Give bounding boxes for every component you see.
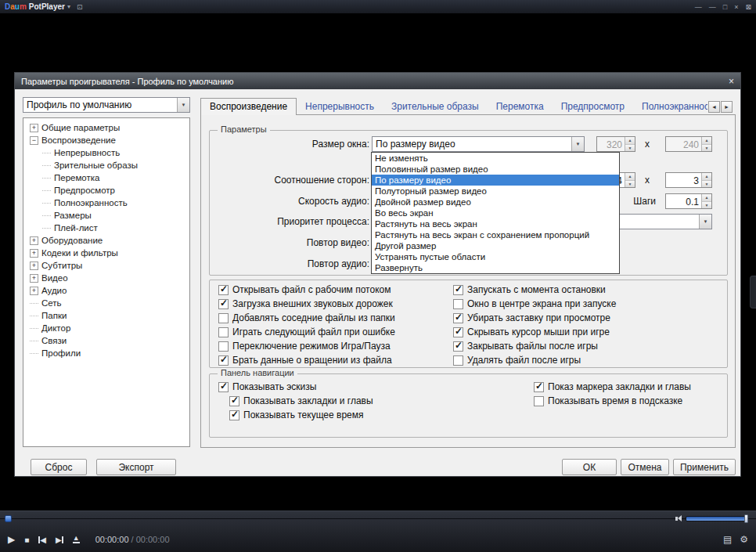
tree-item[interactable]: +Аудио (25, 284, 188, 297)
checkbox[interactable] (218, 299, 229, 309)
tab-3[interactable]: Зрительные образы (383, 99, 488, 115)
ok-button[interactable]: ОК (562, 459, 617, 475)
spin-down-icon[interactable]: ▼ (625, 144, 635, 152)
expand-icon[interactable]: + (30, 124, 38, 132)
option-row[interactable]: Показ маркера закладки и главы (534, 380, 691, 394)
option-row[interactable]: Убирать заставку при просмотре (453, 311, 616, 325)
spin-up-icon[interactable]: ▲ (702, 137, 711, 144)
height-spinner[interactable]: 240 ▲▼ (665, 136, 712, 152)
maximize-icon[interactable]: □ (723, 3, 727, 11)
tab-scroll-right-icon[interactable]: ► (721, 101, 733, 113)
option-row[interactable]: Загрузка внешних звуковых дорожек (218, 297, 395, 311)
tree-item[interactable]: Профили (25, 347, 188, 359)
reset-button[interactable]: Сброс (31, 459, 87, 475)
checkbox[interactable] (218, 355, 229, 366)
cancel-button[interactable]: Отмена (621, 459, 669, 475)
option-row[interactable]: Удалять файл после игры (453, 353, 616, 367)
next-button[interactable]: ▶ (56, 536, 63, 544)
tree-item[interactable]: −Воспроизведение (25, 134, 188, 146)
volume-slider[interactable] (686, 516, 748, 521)
dropdown-option[interactable]: Устранять пустые области (372, 251, 619, 262)
steps-spinner[interactable]: 0.1 ▲▼ (665, 193, 712, 209)
checkbox[interactable] (453, 341, 463, 352)
tree-item[interactable]: Диктор (25, 322, 188, 334)
stop-button[interactable]: ■ (24, 536, 29, 544)
close-icon[interactable]: × (729, 76, 734, 87)
side-panel-handle[interactable] (750, 276, 756, 308)
spin-down-icon[interactable]: ▼ (702, 180, 711, 188)
expand-icon[interactable]: + (30, 236, 38, 245)
checkbox[interactable] (453, 299, 463, 309)
expand-icon[interactable]: + (30, 287, 38, 295)
minimize-icon[interactable]: — (709, 3, 716, 11)
checkbox[interactable] (229, 396, 239, 406)
seek-thumb[interactable] (5, 515, 12, 522)
tree-item[interactable]: Полноэкранность (25, 197, 188, 209)
spinner-arrows[interactable]: ▲▼ (701, 194, 711, 208)
profile-selector[interactable]: Профиль по умолчанию ▼ (23, 97, 190, 113)
tab-5[interactable]: Предпросмотр (553, 99, 633, 115)
spin-up-icon[interactable]: ▲ (625, 137, 635, 144)
drag-strip-icon[interactable]: ― (695, 3, 702, 11)
expand-icon[interactable]: + (30, 274, 38, 283)
gear-icon[interactable]: ⚙ (740, 534, 748, 545)
dropdown-option[interactable]: Развернуть (372, 262, 619, 273)
tree-item[interactable]: +Видео (25, 272, 188, 284)
tree-item[interactable]: Папки (25, 309, 188, 322)
checkbox[interactable] (229, 410, 239, 420)
option-row[interactable]: Закрывать файлы после игры (453, 339, 616, 353)
option-row[interactable]: Скрывать курсор мыши при игре (453, 325, 616, 339)
tree-item[interactable]: Зрительные образы (25, 159, 188, 171)
checkbox[interactable] (534, 382, 544, 392)
dropdown-option[interactable]: Растянуть на весь экран (372, 218, 619, 229)
previous-button[interactable]: ◀ (38, 536, 46, 544)
dropdown-option[interactable]: Во весь экран (372, 207, 619, 218)
spinner-arrows[interactable]: ▲▼ (625, 137, 635, 151)
checkbox[interactable] (453, 355, 463, 366)
dropdown-option[interactable]: По размеру видео (372, 175, 619, 186)
tree-item[interactable]: Плей-лист (25, 222, 188, 234)
tab-4[interactable]: Перемотка (488, 99, 553, 115)
spin-up-icon[interactable]: ▲ (702, 194, 711, 201)
checkbox[interactable] (218, 327, 229, 337)
dropdown-option[interactable]: Половинный размер видео (372, 164, 619, 175)
chevron-down-icon[interactable]: ▼ (699, 215, 711, 229)
playlist-icon[interactable]: ▤ (723, 534, 732, 545)
checkbox[interactable] (218, 285, 229, 295)
tree-item[interactable]: +Оборудование (25, 234, 188, 247)
collapse-icon[interactable]: − (30, 136, 38, 145)
seek-track[interactable] (0, 518, 756, 519)
tree-item[interactable]: +Кодеки и фильтры (25, 247, 188, 259)
tab-2[interactable]: Непрерывность (297, 99, 383, 115)
tree-item[interactable]: Предпросмотр (25, 184, 188, 197)
spin-up-icon[interactable]: ▲ (625, 173, 635, 180)
checkbox[interactable] (453, 327, 463, 337)
dropdown-option[interactable]: Двойной размер видео (372, 197, 619, 207)
spin-up-icon[interactable]: ▲ (702, 173, 711, 180)
checkbox[interactable] (218, 382, 229, 392)
chevron-down-icon[interactable]: ▼ (177, 98, 189, 112)
checkbox[interactable] (453, 285, 463, 295)
spin-down-icon[interactable]: ▼ (702, 201, 711, 209)
dropdown-option[interactable]: Растянуть на весь экран с сохранением пр… (372, 229, 619, 240)
tree-item[interactable]: Непрерывность (25, 146, 188, 159)
tree-item[interactable]: Связи (25, 334, 188, 347)
checkbox[interactable] (218, 313, 229, 323)
tab-6[interactable]: Полноэкранность (633, 99, 707, 115)
option-row[interactable]: Брать данные о вращении из файла (218, 353, 395, 367)
tab-1[interactable]: Воспроизведение (200, 98, 297, 115)
option-row[interactable]: Показывать текущее время (229, 408, 373, 422)
option-row[interactable]: Играть следующий файл при ошибке (218, 325, 395, 339)
chevron-down-icon[interactable]: ▼ (571, 137, 584, 151)
spinner-arrows[interactable]: ▲▼ (701, 173, 711, 187)
dropdown-option[interactable]: Другой размер (372, 240, 619, 251)
dropdown-option[interactable]: Полуторный размер видео (372, 186, 619, 197)
width-spinner[interactable]: 320 ▲▼ (596, 136, 635, 152)
eject-button[interactable]: ▲ (73, 536, 80, 543)
checkbox[interactable] (453, 313, 463, 323)
option-row[interactable]: Открывать файл с рабочим потоком (218, 283, 395, 297)
close-icon[interactable]: × (734, 3, 738, 11)
apply-button[interactable]: Применить (673, 459, 736, 475)
seek-bar[interactable] (0, 511, 756, 526)
option-row[interactable]: Показывать время в подсказке (534, 394, 691, 408)
